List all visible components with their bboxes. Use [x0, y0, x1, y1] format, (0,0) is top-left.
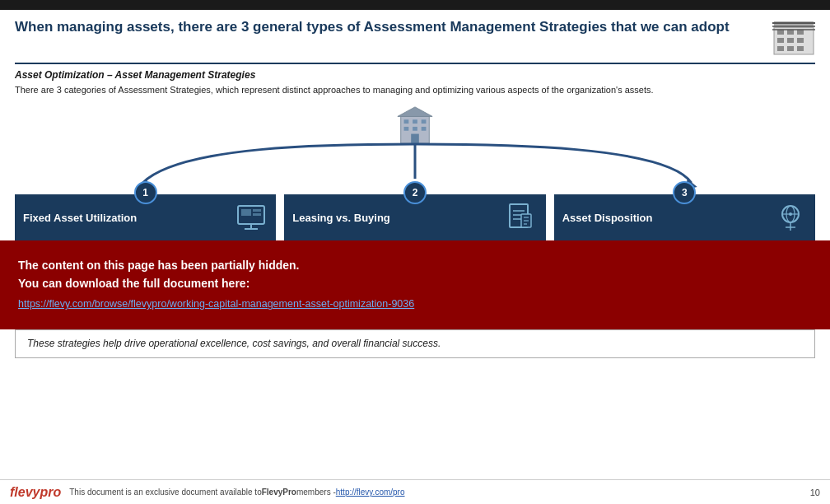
svg-point-44: [789, 212, 792, 216]
footer-brand-pro: pro: [40, 485, 61, 499]
monitor-icon: [235, 201, 268, 234]
svg-rect-5: [777, 38, 784, 43]
col-3-box: 3 Asset Disposition: [554, 194, 815, 240]
footer-members-text: members -: [296, 488, 336, 497]
bottom-text-box: These strategies help drive operational …: [15, 329, 815, 358]
document-icon: [505, 201, 538, 234]
main-content: When managing assets, there are 3 genera…: [0, 10, 830, 240]
top-bar: [0, 0, 830, 10]
col-2-title: Leasing vs. Buying: [292, 212, 389, 225]
col-1-number: 1: [134, 181, 157, 204]
svg-rect-31: [253, 209, 261, 212]
footer-brand-flevy: flevy: [10, 485, 40, 499]
logo-icon: [772, 20, 815, 56]
footer-brand-name: FlevyPro: [262, 488, 296, 497]
svg-rect-2: [777, 30, 784, 35]
svg-rect-8: [777, 46, 784, 51]
diagram-area: 1 Fixed Asset Utilization 2 Leasing: [15, 105, 815, 240]
svg-rect-9: [787, 46, 794, 51]
col-2-number: 2: [403, 181, 427, 204]
description: There are 3 categories of Assessment Str…: [15, 84, 756, 96]
divider: [15, 63, 815, 64]
col-1-title: Fixed Asset Utilization: [23, 212, 137, 225]
svg-rect-3: [787, 30, 794, 35]
svg-rect-4: [797, 30, 804, 35]
hidden-line2: You can download the full document here:: [18, 277, 812, 290]
footer-link[interactable]: http://flevy.com/pro: [336, 488, 405, 497]
hidden-overlay: The content on this page has been partia…: [0, 240, 830, 329]
footer-logo: flevypro: [10, 485, 61, 500]
col-3-number: 3: [673, 181, 696, 204]
bottom-italic-text: These strategies help drive operational …: [27, 337, 803, 351]
hidden-line1: The content on this page has been partia…: [18, 259, 812, 272]
header-section: When managing assets, there are 3 genera…: [15, 18, 815, 56]
col-1-box: 1 Fixed Asset Utilization: [15, 194, 276, 240]
svg-rect-7: [797, 38, 804, 43]
col-3-title: Asset Disposition: [562, 212, 653, 225]
hidden-link[interactable]: https://flevy.com/browse/flevypro/workin…: [18, 298, 812, 310]
svg-rect-32: [253, 213, 261, 216]
page-title: When managing assets, there are 3 genera…: [15, 18, 730, 36]
footer-page-number: 10: [810, 488, 820, 497]
map-icon: [774, 201, 807, 234]
footer-description: This document is an exclusive document a…: [69, 488, 261, 497]
footer: flevypro This document is an exclusive d…: [0, 479, 830, 504]
subtitle: Asset Optimization – Asset Management St…: [15, 69, 815, 81]
svg-rect-10: [797, 46, 804, 51]
col-2-box: 2 Leasing vs. Buying: [284, 194, 545, 240]
columns-row: 1 Fixed Asset Utilization 2 Leasing: [15, 194, 815, 240]
svg-rect-30: [241, 209, 251, 216]
svg-rect-6: [787, 38, 794, 43]
